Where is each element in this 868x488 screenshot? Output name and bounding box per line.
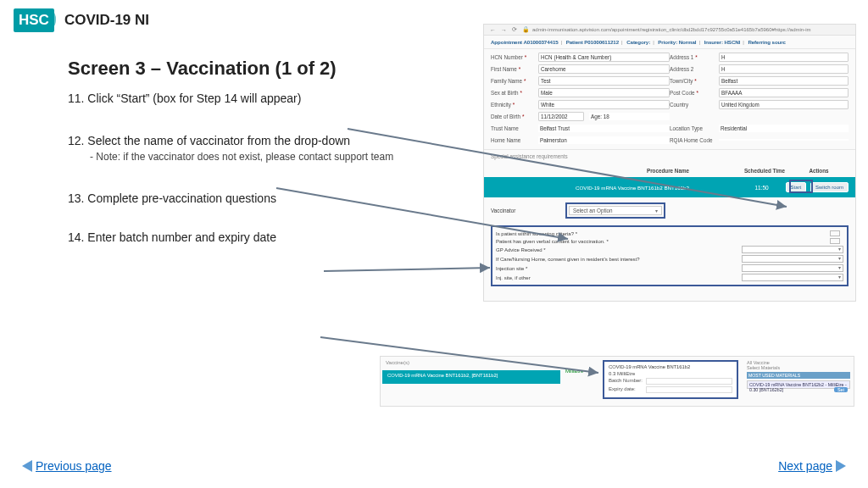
step-13: 13. Complete pre-vaccination questions — [68, 191, 407, 205]
checkbox[interactable] — [830, 238, 840, 244]
dropdown[interactable] — [742, 264, 843, 272]
step-11: 11. Click “Start” (box for Step 14 will … — [68, 92, 407, 105]
switch-room-button[interactable]: Switch room — [810, 182, 849, 192]
dropdown[interactable] — [742, 274, 843, 281]
procedure-row: COVID-19 mRNA Vaccine BNT161b2 BNT161b2 … — [484, 177, 855, 197]
dropdown[interactable] — [742, 246, 843, 253]
browser-back-icon: ← — [490, 27, 496, 33]
set-button[interactable]: Set — [834, 387, 848, 392]
step-14: 14. Enter batch number and expiry date — [68, 230, 407, 244]
dropdown[interactable] — [742, 255, 843, 263]
questions-highlight: Is patient within screening criteria? * … — [491, 225, 849, 286]
browser-fwd-icon: → — [501, 27, 507, 33]
step-12-note: - Note: if the vaccinator does not exist… — [90, 151, 407, 163]
vaccinator-select[interactable]: Select an Option — [569, 206, 662, 215]
breadcrumb: Appointment A01000374415| Patient P01000… — [484, 36, 855, 49]
step-12: 12. Select the name of vaccinator from t… — [68, 134, 407, 163]
vaccinator-highlight: Select an Option — [565, 202, 665, 219]
browser-reload-icon: ⟳ — [512, 26, 517, 33]
hsc-logo: HSC — [14, 8, 54, 32]
brand-title: COVID-19 NI — [64, 12, 149, 29]
lock-icon: 🔒 — [522, 26, 530, 33]
previous-page-link[interactable]: Previous page — [22, 459, 112, 473]
svg-line-2 — [324, 268, 490, 271]
url-text: admin-immunisation.aptvision.com/appoint… — [532, 27, 811, 32]
step-12-text: 12. Select the name of vaccinator from t… — [68, 134, 350, 147]
next-page-link[interactable]: Next page — [778, 459, 846, 473]
batch-expiry-highlight: COVID-19 mRNA Vaccine BNT161b2 0.3 Milli… — [603, 360, 738, 399]
batch-input[interactable] — [646, 378, 732, 385]
arrow-right-icon — [836, 460, 846, 472]
start-highlight — [789, 180, 813, 193]
checkbox[interactable] — [830, 230, 840, 236]
screenshot-vaccination-bottom: Vaccine(s) COVID-19 mRNA Vaccine BNT161b… — [380, 356, 854, 407]
screenshot-vaccination-top: ← → ⟳ 🔒 admin-immunisation.aptvision.com… — [483, 24, 856, 302]
special-note: Special assistance requirements — [484, 150, 855, 163]
arrow-left-icon — [22, 460, 32, 472]
vaccine-teal-row: COVID-19 mRNA Vaccine BNT161b2, [BNT161b… — [382, 370, 560, 384]
expiry-input[interactable] — [646, 386, 732, 393]
